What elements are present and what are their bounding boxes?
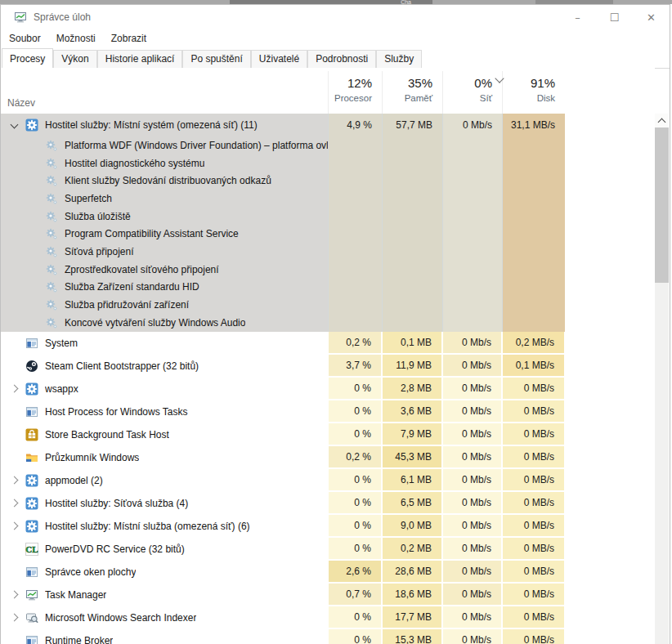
disk-cell bbox=[502, 225, 565, 243]
memory-cell: 6,1 MB bbox=[383, 469, 441, 490]
disk-cell bbox=[502, 314, 565, 332]
disk-cell: 0 MB/s bbox=[503, 423, 564, 445]
menu-item-mo-nosti[interactable]: Možnosti bbox=[56, 33, 96, 44]
process-row-hostitel-slu-by-s-ov-slu-ba-4[interactable]: Hostitel služby: Síťová služba (4)0 %6,5… bbox=[1, 492, 655, 515]
process-name-cell: Zprostředkovatel síťového připojení bbox=[1, 261, 328, 279]
title-bar[interactable]: Správce úloh – ☐ ✕ bbox=[1, 5, 670, 29]
disk-cell bbox=[502, 243, 565, 261]
process-row-wsappx[interactable]: wsappx0 %2,8 MB0 Mb/s0 MB/s bbox=[1, 378, 655, 400]
expand-chevron-icon[interactable] bbox=[8, 592, 20, 597]
cpu-cell bbox=[328, 136, 382, 154]
process-row-runtime-broker[interactable]: Runtime Broker0 %15,3 MB0 Mb/s0 MB/s bbox=[1, 629, 655, 644]
tab-slu-by[interactable]: Služby bbox=[376, 50, 422, 68]
process-name-cell: CLPowerDVD RC Service (32 bitů) bbox=[1, 538, 328, 561]
close-button[interactable]: ✕ bbox=[633, 5, 670, 29]
tab-po-spu-t-n[interactable]: Po spuštění bbox=[182, 50, 250, 68]
process-row-superfetch[interactable]: Superfetch bbox=[1, 190, 655, 208]
scrollbar-thumb[interactable] bbox=[655, 127, 669, 283]
expand-chevron-icon[interactable] bbox=[8, 477, 20, 483]
process-row-store-background-task-host[interactable]: Store Background Task Host0 %7,9 MB0 Mb/… bbox=[1, 423, 655, 446]
process-name-cell: appmodel (2) bbox=[1, 469, 328, 492]
process-row-appmodel-2[interactable]: appmodel (2)0 %6,1 MB0 Mb/s0 MB/s bbox=[1, 469, 655, 492]
process-name: Hostitel služby: Síťová služba (4) bbox=[45, 498, 188, 509]
menu-bar: SouborMožnostiZobrazit bbox=[1, 29, 670, 47]
column-usage-percent: 35% bbox=[383, 76, 432, 90]
menu-item-zobrazit[interactable]: Zobrazit bbox=[111, 33, 146, 44]
gear-gray-icon bbox=[45, 263, 58, 276]
column-header-disk[interactable]: 91% Disk bbox=[502, 71, 565, 114]
process-row-task-manager[interactable]: Task Manager0,7 %18,6 MB0 Mb/s0 MB/s bbox=[1, 584, 655, 606]
tab-u-ivatel[interactable]: Uživatelé bbox=[251, 50, 307, 68]
expand-chevron-icon[interactable] bbox=[8, 615, 20, 620]
column-label: Síť bbox=[443, 93, 492, 103]
column-header-procesor[interactable]: 12% Procesor bbox=[328, 71, 382, 114]
tab-historie-aplikac[interactable]: Historie aplikací bbox=[97, 50, 183, 68]
network-cell: 0 Mb/s bbox=[443, 492, 501, 513]
expand-chevron-icon[interactable] bbox=[8, 500, 20, 506]
process-name-cell: Klient služby Sledování distribuovaných … bbox=[1, 172, 328, 190]
process-row-powerdvd-rc-service-32-bit[interactable]: CLPowerDVD RC Service (32 bitů)0 %0,2 MB… bbox=[1, 538, 655, 561]
memory-cell: 0,2 MB bbox=[383, 538, 441, 559]
cpu-cell: 0 % bbox=[329, 423, 381, 445]
background-window-strip[interactable]: Cha bbox=[0, 0, 672, 4]
tab-podrobnosti[interactable]: Podrobnosti bbox=[307, 50, 376, 68]
process-row-program-compatibility-assistant-service[interactable]: Program Compatibility Assistant Service bbox=[1, 225, 655, 243]
cpu-cell bbox=[328, 243, 382, 261]
process-row-slu-ba-p-idru-ov-n-za-zen[interactable]: Služba přidružování zařízení bbox=[1, 296, 655, 314]
process-row-klient-slu-by-sledov-n-distribuovan-ch-o[interactable]: Klient služby Sledování distribuovaných … bbox=[1, 172, 655, 190]
cpu-cell bbox=[328, 314, 382, 332]
process-name: Hostitel služby: Místní služba (omezená … bbox=[45, 521, 250, 532]
tab-v-kon[interactable]: Výkon bbox=[53, 50, 96, 68]
column-header-pam[interactable]: 35% Paměť bbox=[382, 71, 442, 114]
collapse-chevron-icon[interactable] bbox=[8, 123, 20, 127]
window-exe-icon bbox=[25, 634, 38, 644]
scrollbar-up-arrow-icon[interactable] bbox=[655, 114, 669, 127]
process-name-cell: Hostitel služby: Místní služba (omezená … bbox=[1, 515, 328, 538]
process-row-koncov-vytv-en-slu-by-windows-audio[interactable]: Koncové vytváření služby Windows Audio bbox=[1, 314, 655, 332]
tab-procesy[interactable]: Procesy bbox=[2, 48, 53, 69]
process-row-zprost-edkovatel-s-ov-ho-p-ipojen[interactable]: Zprostředkovatel síťového připojení bbox=[1, 261, 655, 279]
cpu-cell bbox=[328, 208, 382, 226]
process-row-hostitel-slu-by-m-stn-slu-ba-omezen-s-6[interactable]: Hostitel služby: Místní služba (omezená … bbox=[1, 515, 655, 538]
memory-cell: 57,7 MB bbox=[382, 114, 442, 136]
process-row-host-process-for-windows-tasks[interactable]: Host Process for Windows Tasks0 %3,6 MB0… bbox=[1, 400, 655, 423]
process-name: Hostitel diagnostického systému bbox=[65, 158, 204, 169]
process-row-slu-ba-za-zen-standardu-hid[interactable]: Služba Zařízení standardu HID bbox=[1, 279, 655, 297]
cpu-cell: 0 % bbox=[329, 378, 381, 399]
process-name: Microsoft Windows Search Indexer bbox=[45, 612, 196, 624]
process-name-cell: Služba Zařízení standardu HID bbox=[1, 279, 328, 297]
maximize-button[interactable]: ☐ bbox=[596, 5, 633, 29]
disk-cell: 0 MB/s bbox=[503, 515, 564, 536]
menu-item-soubor[interactable]: Soubor bbox=[9, 33, 41, 44]
network-cell: 0 Mb/s bbox=[443, 561, 501, 582]
taskmgr-icon bbox=[14, 11, 27, 24]
background-window-strip-segment bbox=[535, 0, 613, 4]
process-row-s-ov-p-ipojen[interactable]: Síťová připojení bbox=[1, 243, 655, 261]
cpu-cell bbox=[328, 190, 382, 208]
memory-cell bbox=[382, 208, 442, 226]
minimize-button[interactable]: – bbox=[559, 5, 596, 29]
disk-cell bbox=[502, 296, 565, 314]
disk-cell: 0 MB/s bbox=[503, 561, 564, 582]
memory-cell bbox=[382, 190, 442, 208]
process-name: Koncové vytváření služby Windows Audio bbox=[65, 317, 245, 329]
network-cell: 0 Mb/s bbox=[443, 629, 501, 644]
column-header-s[interactable]: 0% Síť bbox=[442, 71, 502, 114]
memory-cell bbox=[382, 314, 442, 332]
expand-chevron-icon[interactable] bbox=[8, 386, 20, 391]
process-row-microsoft-windows-search-indexer[interactable]: Microsoft Windows Search Indexer0 %17,7 … bbox=[1, 606, 655, 629]
process-row-pr-zkumn-k-windows[interactable]: Průzkumník Windows0,2 %45,3 MB0 Mb/s0 MB… bbox=[1, 446, 655, 469]
memory-cell: 3,6 MB bbox=[383, 400, 441, 422]
cpu-cell bbox=[328, 225, 382, 243]
expand-chevron-icon[interactable] bbox=[8, 523, 20, 529]
process-row-hostitel-slu-by-m-stn-syst-m-omezen-s-11[interactable]: Hostitel služby: Místní systém (omezená … bbox=[1, 114, 655, 136]
process-row-spr-vce-oken-plochy[interactable]: Správce oken plochy2,6 %28,6 MB0 Mb/s0 M… bbox=[1, 561, 655, 584]
process-row-system[interactable]: System0,2 %0,1 MB0 Mb/s0,2 MB/s bbox=[1, 332, 655, 355]
vertical-scrollbar[interactable] bbox=[655, 114, 669, 644]
window-controls: – ☐ ✕ bbox=[559, 5, 670, 29]
name-column-header[interactable]: Název bbox=[7, 97, 35, 109]
process-row-slu-ba-lo-i-t[interactable]: Služba úložiště bbox=[1, 208, 655, 226]
process-row-platforma-wdf-windows-driver-foundation-[interactable]: Platforma WDF (Windows Driver Foundation… bbox=[1, 136, 655, 154]
process-row-hostitel-diagnostick-ho-syst-mu[interactable]: Hostitel diagnostického systému bbox=[1, 154, 655, 172]
process-row-steam-client-bootstrapper-32-bit[interactable]: Steam Client Bootstrapper (32 bitů)3,7 %… bbox=[1, 355, 655, 378]
